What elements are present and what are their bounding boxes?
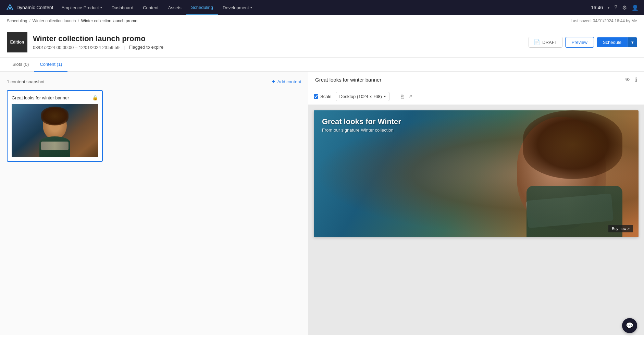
banner-subline: From our signature Winter collection [322,127,401,133]
help-icon[interactable]: ? [614,4,617,11]
draft-doc-icon: 📄 [534,39,540,45]
nav-item-scheduling[interactable]: Scheduling [186,0,218,15]
nav-item-amplience[interactable]: Amplience Product ▾ [57,0,107,15]
page-header: Edition Winter collection launch promo 0… [0,27,644,58]
lock-icon: 🔒 [92,95,98,100]
toolbar-separator [395,92,395,101]
right-panel-actions: 👁 ℹ [625,76,637,83]
page-dates-row: 08/01/2024 00:00:00 – 12/01/2024 23:59:5… [33,45,529,50]
last-saved: Last saved: 04/01/2024 16:44 by Me [571,19,637,23]
draft-badge: 📄 DRAFT [529,37,562,48]
info-icon[interactable]: ℹ [635,76,637,83]
logo-icon [6,4,14,11]
page-dates: 08/01/2024 00:00:00 – 12/01/2024 23:59:5… [33,45,120,50]
flagged-expire-link[interactable]: Flagged to expire [129,45,163,50]
eye-icon[interactable]: 👁 [625,77,630,83]
banner-background: Great looks for Winter From our signatur… [314,110,639,237]
nav-right: 16:46 ▾ ? ⚙ 👤 [591,4,641,11]
time-display: 16:46 [591,5,603,10]
breadcrumb: Scheduling / Winter collection launch / … [0,15,644,27]
nav-item-development[interactable]: Development ▾ [218,0,257,15]
copy-icon[interactable]: ⎘ [401,94,404,99]
open-external-icon[interactable]: ↗ [408,93,412,99]
left-panel: 1 content snapshot + Add content Great l… [0,72,308,335]
banner-headline: Great looks for Winter [322,117,401,126]
preview-toolbar: Scale Desktop (1024 x 768) ▾ ⎘ ↗ [308,88,644,105]
page-title-block: Winter collection launch promo 08/01/202… [33,34,529,50]
page-title: Winter collection launch promo [33,34,529,43]
separator-pipe: | [124,45,125,50]
chevron-down-icon: ▾ [100,6,102,9]
app-logo[interactable]: Dynamic Content [3,4,57,11]
preview-area: Great looks for Winter From our signatur… [308,105,644,335]
banner-text-overlay: Great looks for Winter From our signatur… [322,117,401,133]
content-card-title-row: Great looks for winter banner 🔒 [12,95,98,100]
schedule-button[interactable]: Schedule [597,37,628,47]
preview-button[interactable]: Preview [565,37,594,48]
viewport-label: Desktop (1024 x 768) [339,94,382,99]
content-card-title: Great looks for winter banner [12,95,69,100]
photo-hair-large [523,110,622,179]
add-content-label: Add content [277,79,301,84]
right-panel-title: Great looks for winter banner [315,77,381,83]
app-title: Dynamic Content [16,5,53,10]
svg-point-1 [9,7,11,9]
nav-item-assets[interactable]: Assets [163,0,186,15]
scale-label: Scale [320,94,332,99]
chevron-down-icon: ▾ [384,95,386,98]
nav-item-dashboard[interactable]: Dashboard [107,0,138,15]
breadcrumb-sep: / [29,19,30,23]
schedule-arrow-button[interactable]: ▾ [628,37,637,47]
chevron-down-icon: ▾ [250,6,252,9]
left-panel-header: 1 content snapshot + Add content [7,78,301,85]
draft-label: DRAFT [542,40,557,45]
nav-item-content[interactable]: Content [138,0,163,15]
content-card-image [12,104,98,157]
viewport-selector[interactable]: Desktop (1024 x 768) ▾ [336,92,389,101]
snapshot-count: 1 content snapshot [7,79,45,84]
tab-slots[interactable]: Slots (0) [7,58,34,72]
plus-icon: + [272,78,275,85]
right-panel-header: Great looks for winter banner 👁 ℹ [308,72,644,88]
content-card[interactable]: Great looks for winter banner 🔒 [7,90,103,162]
tabs-bar: Slots (0) Content (1) [0,58,644,72]
scarf-sim [41,142,69,150]
chevron-down-icon[interactable]: ▾ [608,6,609,10]
breadcrumb-collection[interactable]: Winter collection launch [33,19,76,23]
settings-icon[interactable]: ⚙ [622,4,627,11]
breadcrumb-sep: / [78,19,79,23]
scale-checkbox-group: Scale [314,94,332,99]
breadcrumb-scheduling[interactable]: Scheduling [7,19,27,23]
buy-now-button[interactable]: Buy now > [608,225,633,232]
top-nav: Dynamic Content Amplience Product ▾ Dash… [0,0,644,15]
main-layout: 1 content snapshot + Add content Great l… [0,72,644,335]
banner-preview: Great looks for Winter From our signatur… [314,110,639,237]
right-panel: Great looks for winter banner 👁 ℹ Scale … [308,72,644,335]
tab-content[interactable]: Content (1) [34,58,67,72]
breadcrumb-current: Winter collection launch promo [81,19,137,23]
hair-sim [41,107,69,125]
edition-badge: Edition [7,32,27,52]
photo-jacket-large [527,186,622,237]
user-icon[interactable]: 👤 [632,4,639,11]
page-header-actions: 📄 DRAFT Preview Schedule ▾ [529,37,637,48]
add-content-button[interactable]: + Add content [272,78,301,85]
scale-checkbox[interactable] [314,94,318,99]
chat-bubble[interactable]: 💬 [622,318,637,333]
schedule-group: Schedule ▾ [597,37,637,47]
